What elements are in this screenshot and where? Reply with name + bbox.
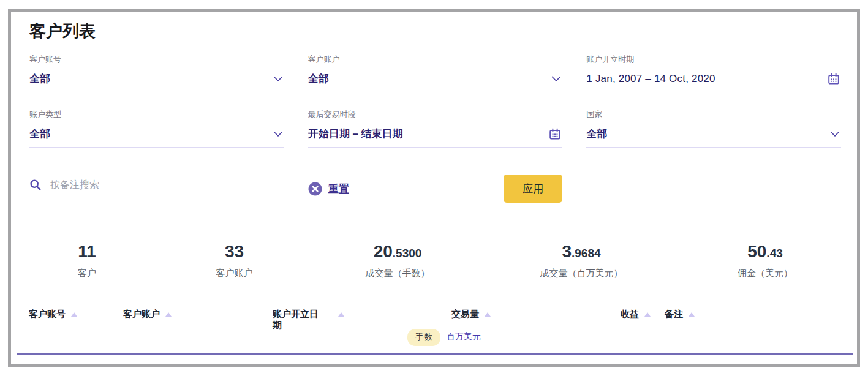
filter-label: 账户类型 [29, 110, 284, 119]
stat-label: 客户账户 [163, 268, 306, 279]
column-header-notes[interactable]: 备注 [665, 309, 695, 320]
stat-label: 佣金（美元） [673, 268, 857, 279]
action-buttons: 重置 应用 [308, 175, 563, 203]
filter-account-type: 账户类型 全部 [29, 110, 284, 148]
stat-volume-lots: 20.5300 成交量（手数） [306, 241, 489, 279]
sort-asc-icon [485, 312, 491, 317]
page-title: 客户列表 [29, 22, 841, 41]
stat-value: 33 [163, 241, 306, 264]
stat-value: 3.9684 [489, 241, 673, 264]
filter-last-trade-period: 最后交易时段 开始日期 – 结束日期 [308, 110, 563, 148]
sort-asc-icon [644, 312, 651, 317]
filter-label: 最后交易时段 [308, 110, 563, 119]
table-top-divider [17, 353, 853, 355]
filter-client-account-no: 客户账号 全部 [29, 55, 284, 92]
date-range-placeholder: 开始日期 – 结束日期 [308, 127, 403, 141]
calendar-icon[interactable] [549, 128, 561, 140]
stat-clients: 11 客户 [11, 241, 163, 279]
reset-label: 重置 [328, 182, 349, 196]
sort-asc-icon [71, 312, 77, 317]
column-header-open-date[interactable]: 账户开立日期 [273, 309, 344, 331]
client-account-select[interactable]: 全部 [308, 72, 563, 92]
column-header-volume[interactable]: 交易量 [451, 309, 491, 320]
filter-country: 国家 全部 [586, 110, 841, 148]
stat-label: 成交量（手数） [306, 268, 489, 279]
search-icon [29, 179, 42, 191]
column-header-account-no[interactable]: 客户账号 [29, 309, 77, 320]
sort-asc-icon [689, 312, 695, 317]
chevron-down-icon [551, 76, 561, 82]
column-header-profit[interactable]: 收益 [621, 309, 651, 320]
country-select[interactable]: 全部 [586, 127, 841, 148]
column-label: 客户账户 [123, 309, 160, 320]
account-open-date-range[interactable]: 1 Jan, 2007 – 14 Oct, 2020 [586, 72, 841, 92]
stat-client-accounts: 33 客户账户 [163, 241, 306, 279]
column-label: 备注 [665, 309, 683, 320]
account-type-select[interactable]: 全部 [29, 127, 284, 148]
column-header-client-account[interactable]: 客户账户 [123, 309, 172, 320]
reset-x-icon [308, 182, 322, 196]
calendar-icon[interactable] [828, 73, 840, 85]
volume-unit-toggle: 手数 百万美元 [407, 329, 481, 346]
column-label: 收益 [621, 309, 639, 320]
column-label: 客户账号 [29, 309, 66, 320]
summary-stats: 11 客户 33 客户账户 20.5300 成交量（手数） 3.9684 成交量… [11, 241, 857, 279]
last-trade-date-range[interactable]: 开始日期 – 结束日期 [308, 127, 563, 148]
stat-label: 成交量（百万美元） [489, 268, 673, 279]
chevron-down-icon [273, 131, 283, 137]
client-account-no-select[interactable]: 全部 [29, 72, 284, 92]
filter-client-account: 客户账户 全部 [308, 55, 563, 92]
selected-value: 全部 [29, 127, 50, 141]
date-range-value: 1 Jan, 2007 – 14 Oct, 2020 [586, 72, 715, 86]
reset-button[interactable]: 重置 [308, 182, 349, 196]
filter-label: 国家 [586, 110, 841, 119]
sort-asc-icon [338, 312, 344, 317]
sort-asc-icon [165, 312, 172, 317]
filter-label: 客户账号 [29, 55, 284, 64]
action-row: 重置 应用 [29, 175, 841, 203]
stat-value: 20.5300 [306, 241, 489, 264]
unit-musd-toggle[interactable]: 百万美元 [447, 331, 481, 344]
notes-search-field[interactable] [29, 175, 284, 203]
stat-value: 50.43 [673, 241, 857, 264]
filter-label: 账户开立时期 [586, 55, 841, 64]
selected-value: 全部 [29, 72, 50, 86]
column-label: 交易量 [451, 309, 479, 320]
stat-volume-musd: 3.9684 成交量（百万美元） [489, 241, 673, 279]
selected-value: 全部 [308, 72, 329, 86]
filter-grid: 客户账号 全部 客户账户 全部 账户开立时期 1 Jan, 2007 – 14 … [29, 55, 841, 148]
filter-label: 客户账户 [308, 55, 563, 64]
stat-value: 11 [11, 241, 163, 264]
filter-account-open-period: 账户开立时期 1 Jan, 2007 – 14 Oct, 2020 [586, 55, 841, 92]
selected-value: 全部 [586, 127, 607, 141]
apply-button[interactable]: 应用 [504, 175, 562, 203]
table-header: 客户账号 客户账户 账户开立日期 交易量 手数 百万美元 收益 备注 [11, 309, 857, 358]
chevron-down-icon [273, 76, 283, 82]
chevron-down-icon [830, 131, 840, 137]
stat-commission-usd: 50.43 佣金（美元） [673, 241, 857, 279]
stat-label: 客户 [11, 268, 163, 279]
unit-lots-toggle[interactable]: 手数 [407, 329, 440, 346]
client-list-panel: 客户列表 客户账号 全部 客户账户 全部 账户开立时期 1 Jan, [8, 9, 860, 367]
column-label: 账户开立日期 [273, 309, 324, 331]
search-input[interactable] [49, 179, 284, 191]
